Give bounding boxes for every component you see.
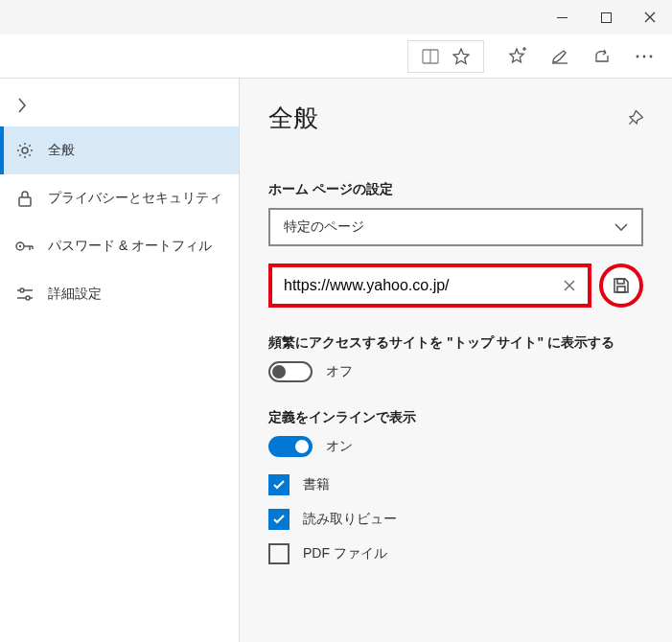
sidebar-item-label: パスワード & オートフィル	[48, 238, 212, 255]
browser-toolbar	[0, 34, 672, 79]
homepage-dropdown[interactable]: 特定のページ	[268, 208, 643, 246]
books-checkbox[interactable]	[268, 474, 290, 495]
svg-point-8	[643, 55, 646, 57]
pdf-checkbox-label: PDF ファイル	[303, 545, 387, 562]
inline-def-section-label: 定義をインラインで表示	[268, 409, 643, 426]
chevron-down-icon	[614, 223, 628, 231]
clear-url-button[interactable]	[553, 269, 586, 302]
svg-rect-0	[557, 17, 568, 18]
gear-icon	[15, 141, 35, 160]
share-icon	[592, 47, 612, 66]
sliders-icon	[15, 285, 35, 304]
svg-point-7	[637, 55, 639, 57]
chevron-right-icon	[17, 98, 27, 113]
close-icon	[644, 11, 656, 23]
more-icon	[636, 55, 653, 58]
topsites-toggle[interactable]	[268, 361, 313, 382]
svg-rect-19	[617, 279, 624, 284]
sidebar-item-passwords[interactable]: パスワード & オートフィル	[0, 222, 239, 270]
homepage-url-field-highlight	[268, 264, 591, 308]
sidebar-item-privacy[interactable]: プライバシーとセキュリティ	[0, 174, 239, 222]
minimize-button[interactable]	[540, 2, 584, 33]
notes-button[interactable]	[540, 37, 580, 76]
svg-point-9	[650, 55, 653, 57]
lock-icon	[15, 189, 35, 208]
favorite-star-icon[interactable]	[452, 48, 470, 65]
address-bar-actions	[407, 40, 484, 73]
svg-point-10	[22, 148, 28, 153]
star-plus-icon	[508, 47, 527, 66]
pen-icon	[550, 47, 569, 66]
reading-view-checkbox[interactable]	[268, 509, 290, 530]
topsites-section-label: 頻繁にアクセスするサイトを "トップ サイト" に表示する	[268, 334, 643, 352]
homepage-url-input[interactable]	[274, 269, 553, 302]
minimize-icon	[557, 17, 568, 18]
pin-button[interactable]	[626, 110, 643, 127]
sidebar-item-advanced[interactable]: 詳細設定	[0, 270, 239, 318]
more-button[interactable]	[624, 37, 664, 76]
reading-view-checkbox-label: 読み取りビュー	[303, 511, 397, 528]
sidebar-item-label: 詳細設定	[48, 286, 102, 303]
maximize-button[interactable]	[584, 2, 628, 33]
svg-rect-1	[601, 12, 611, 22]
close-window-button[interactable]	[628, 2, 672, 33]
settings-sidebar: 全般 プライバシーとセキュリティ パスワード & オートフィル 詳細設定	[0, 79, 240, 642]
homepage-section-label: ホーム ページの設定	[268, 181, 643, 198]
save-url-button[interactable]	[613, 277, 630, 294]
close-icon	[564, 280, 575, 291]
page-title: 全般	[268, 102, 318, 135]
pin-icon	[626, 110, 643, 127]
topsites-toggle-state: オフ	[326, 363, 353, 380]
inline-def-toggle-state: オン	[326, 438, 353, 455]
window-titlebar	[0, 0, 672, 34]
share-button[interactable]	[582, 37, 622, 76]
sidebar-item-label: プライバシーとセキュリティ	[48, 190, 222, 207]
sidebar-item-label: 全般	[48, 142, 75, 159]
save-icon	[613, 277, 630, 294]
reading-view-icon[interactable]	[422, 49, 439, 64]
add-favorite-button[interactable]	[498, 37, 538, 76]
svg-point-15	[20, 288, 24, 292]
key-icon	[15, 237, 35, 256]
svg-rect-11	[19, 197, 31, 206]
svg-rect-20	[617, 287, 625, 292]
dropdown-value: 特定のページ	[284, 218, 364, 236]
back-button[interactable]	[0, 84, 239, 126]
save-url-button-highlight	[599, 264, 643, 308]
inline-def-toggle[interactable]	[268, 436, 313, 457]
svg-point-13	[19, 245, 21, 247]
books-checkbox-label: 書籍	[303, 476, 330, 493]
svg-line-18	[629, 120, 633, 124]
maximize-icon	[601, 12, 612, 23]
settings-content: 全般 ホーム ページの設定 特定のページ 頻繁に	[240, 79, 672, 642]
pdf-checkbox[interactable]	[268, 543, 290, 564]
sidebar-item-general[interactable]: 全般	[0, 126, 239, 174]
svg-point-17	[26, 296, 30, 300]
